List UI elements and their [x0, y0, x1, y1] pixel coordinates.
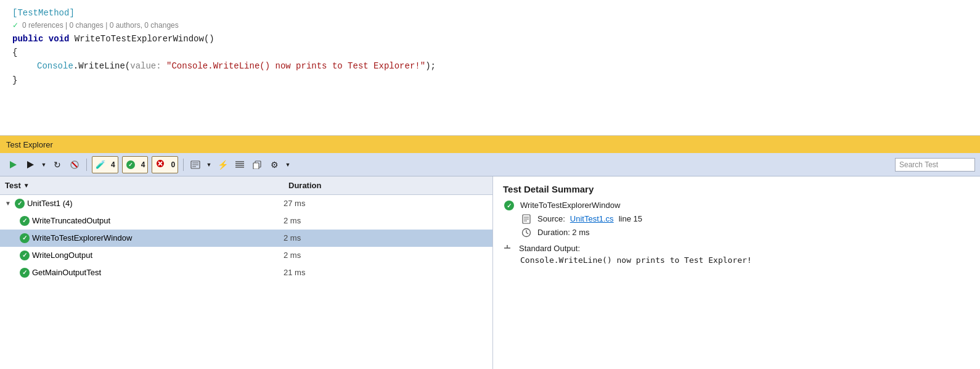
- detail-duration-row: Duration: 2 ms: [520, 228, 970, 238]
- settings-icon: ⚙: [271, 160, 279, 170]
- detail-pass-icon: ✓: [503, 201, 515, 210]
- duration-cell-child1: 2 ms: [284, 216, 490, 225]
- pass-badge-child4: ✓: [20, 268, 30, 278]
- code-console: Console: [37, 59, 73, 73]
- source-icon: [520, 214, 533, 224]
- filter-button[interactable]: [187, 157, 203, 173]
- copy-button[interactable]: [249, 157, 265, 173]
- groupby-button[interactable]: [232, 157, 248, 173]
- search-placeholder: Search Test: [899, 160, 938, 169]
- test-name-cell-child1: ✓ WriteTruncatedOutput: [2, 216, 284, 226]
- search-box[interactable]: Search Test: [895, 158, 975, 172]
- test-name-child4: GetMainOutputTest: [32, 268, 101, 277]
- lightning-button[interactable]: ⚡: [214, 157, 231, 173]
- duration-cell-parent: 27 ms: [284, 199, 490, 208]
- code-body-line: Console.WriteLine(value: "Console.WriteL…: [37, 59, 968, 73]
- duration-cell-child3: 2 ms: [284, 251, 490, 260]
- flask-count-group: 🧪 4: [92, 156, 118, 173]
- pass-badge-child3: ✓: [20, 251, 30, 260]
- svg-line-23: [526, 233, 528, 234]
- flask-icon: 🧪: [96, 160, 105, 169]
- test-row-child3[interactable]: ✓ WriteLongOutput 2 ms: [0, 247, 492, 264]
- duration-cell-child2: 2 ms: [284, 233, 490, 243]
- detail-output-text: Console.WriteLine() now prints to Test E…: [520, 255, 970, 265]
- flask-button[interactable]: 🧪: [92, 157, 108, 173]
- test-explorer-panel: Test Explorer ▼ ↻ 🧪 4: [0, 136, 980, 369]
- test-column-label: Test: [5, 181, 21, 190]
- test-row-child2[interactable]: ✓ WriteToTestExplorerWindow 2 ms: [0, 230, 492, 247]
- test-explorer-content: Test ▼ Duration ▼ ✓ UnitTest1 (4) 27 ms: [0, 176, 980, 369]
- detail-source-label: Source:: [537, 214, 565, 223]
- detail-test-name: WriteToTestExplorerWindow: [520, 201, 620, 210]
- detail-test-name-row: ✓ WriteToTestExplorerWindow: [503, 201, 970, 210]
- run-button[interactable]: [22, 157, 38, 173]
- fail-button[interactable]: [152, 157, 168, 173]
- test-name-cell-child2: ✓ WriteToTestExplorerWindow: [2, 233, 284, 243]
- toolbar-separator-1: [86, 159, 87, 171]
- code-attribute: [TestMethod]: [12, 6, 75, 20]
- code-meta-text: 0 references | 0 changes | 0 authors, 0 …: [22, 20, 179, 31]
- test-detail-pane: Test Detail Summary ✓ WriteToTestExplore…: [493, 176, 980, 369]
- test-name-child2: WriteToTestExplorerWindow: [32, 233, 132, 243]
- test-explorer-title: Test Explorer: [6, 140, 53, 149]
- fail-icon: [156, 159, 165, 170]
- detail-summary-title: Test Detail Summary: [503, 184, 970, 194]
- pass-count-group: ✓ 4: [122, 156, 149, 173]
- lightning-icon: ⚡: [218, 160, 228, 170]
- fail-count: 0: [168, 160, 178, 169]
- detail-source-row: Source: UnitTest1.cs line 15: [520, 214, 970, 224]
- run-dropdown-button[interactable]: ▼: [39, 157, 48, 173]
- settings-dropdown-button[interactable]: ▼: [284, 157, 292, 173]
- fail-count-group: 0: [152, 156, 178, 173]
- refresh-button[interactable]: ↻: [49, 157, 65, 173]
- svg-marker-1: [27, 161, 34, 168]
- pass-button[interactable]: ✓: [123, 157, 139, 173]
- sort-arrow-icon: ▼: [23, 182, 30, 189]
- test-name-cell-child3: ✓ WriteLongOutput: [2, 251, 284, 260]
- detail-duration-text: Duration: 2 ms: [537, 228, 590, 237]
- pass-badge-child2: ✓: [20, 233, 30, 243]
- expand-arrow-icon: ▼: [5, 200, 11, 207]
- filter-dropdown-button[interactable]: ▼: [205, 157, 213, 173]
- detail-output-toggle[interactable]: Standard Output:: [503, 244, 970, 253]
- duration-cell-child4: 21 ms: [284, 268, 490, 277]
- detail-output-block: Standard Output: Console.WriteLine() now…: [503, 244, 970, 265]
- test-column-header[interactable]: Test ▼: [0, 181, 284, 190]
- code-open-brace: {: [12, 46, 17, 59]
- code-param-label: value:: [130, 59, 161, 73]
- duration-column-header[interactable]: Duration: [284, 181, 492, 190]
- test-row-child4[interactable]: ✓ GetMainOutputTest 21 ms: [0, 264, 492, 281]
- pass-count: 4: [139, 160, 148, 169]
- test-explorer-title-bar: Test Explorer: [0, 136, 980, 153]
- code-writeline: WriteLine(: [78, 59, 130, 73]
- pass-badge-parent: ✓: [15, 199, 25, 209]
- code-close-brace-line: }: [12, 73, 968, 87]
- svg-rect-16: [253, 163, 259, 169]
- test-name-child1: WriteTruncatedOutput: [32, 216, 110, 225]
- test-explorer-toolbar: ▼ ↻ 🧪 4 ✓ 4: [0, 153, 980, 176]
- test-row-child1[interactable]: ✓ WriteTruncatedOutput 2 ms: [0, 212, 492, 230]
- code-check-icon: ✓: [12, 20, 18, 31]
- test-row-parent[interactable]: ▼ ✓ UnitTest1 (4) 27 ms: [0, 195, 492, 212]
- test-name-parent: UnitTest1 (4): [27, 199, 73, 208]
- duration-icon: [520, 228, 533, 238]
- pass-badge-child1: ✓: [20, 216, 30, 226]
- code-attribute-line: [TestMethod]: [12, 6, 968, 20]
- cancel-button[interactable]: [67, 157, 83, 173]
- test-list-body: ▼ ✓ UnitTest1 (4) 27 ms ✓ WriteTruncated…: [0, 195, 492, 369]
- code-open-brace-line: {: [12, 46, 968, 59]
- settings-button[interactable]: ⚙: [266, 157, 282, 173]
- code-signature-line: public void WriteToTestExplorerWindow(): [12, 32, 968, 46]
- code-public: public: [12, 32, 43, 46]
- flask-count: 4: [108, 160, 118, 169]
- test-list-pane: Test ▼ Duration ▼ ✓ UnitTest1 (4) 27 ms: [0, 176, 493, 369]
- detail-source-link[interactable]: UnitTest1.cs: [570, 214, 614, 223]
- test-name-cell-parent: ▼ ✓ UnitTest1 (4): [2, 199, 284, 209]
- code-editor: [TestMethod] ✓ 0 references | 0 changes …: [0, 0, 980, 136]
- code-method-name: WriteToTestExplorerWindow(): [75, 32, 214, 46]
- svg-marker-0: [10, 161, 17, 168]
- run-all-button[interactable]: [5, 157, 21, 173]
- code-meta-line: ✓ 0 references | 0 changes | 0 authors, …: [12, 20, 968, 31]
- toolbar-separator-2: [183, 159, 184, 171]
- test-name-cell-child4: ✓ GetMainOutputTest: [2, 268, 284, 278]
